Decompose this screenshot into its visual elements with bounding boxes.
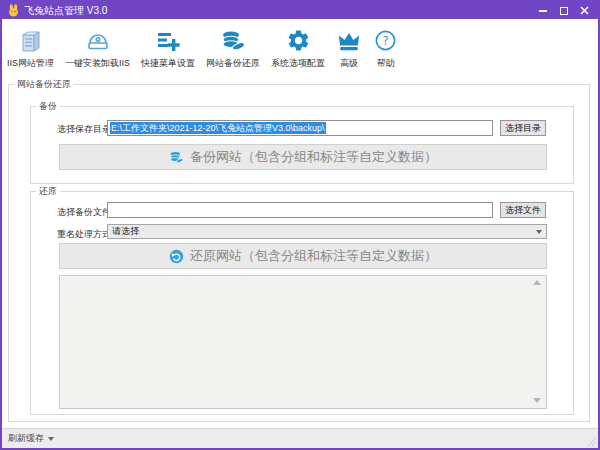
svg-text:?: ? [382,34,388,48]
duplicate-handling-value: 请选择 [112,225,139,238]
duplicate-handling-select[interactable]: 请选择 [107,224,547,239]
backup-website-button[interactable]: 备份网站（包含分组和标注等自定义数据） [59,144,547,170]
save-dir-input[interactable]: E:\工作文件夹\2021-12-20\飞兔站点管理V3.0\backup\ [107,120,493,136]
group-backup: 备份 选择保存目录 E:\工作文件夹\2021-12-20\飞兔站点管理V3.0… [30,106,574,184]
toolbar-item-install-iis[interactable]: 一键安装卸载IIS [65,27,130,70]
app-rabbit-icon [7,4,20,17]
database-stack-icon [169,150,184,165]
toolbar-item-system-options[interactable]: 系统选项配置 [271,27,325,70]
toolbar-item-label: 帮助 [377,57,395,70]
toolbar-item-backup-restore[interactable]: 网站备份还原 [206,27,260,70]
save-dir-label: 选择保存目录 [57,123,111,136]
app-window: 飞兔站点管理 V3.0 IIS网站管理 [0,0,600,450]
titlebar: 飞兔站点管理 V3.0 [2,2,598,19]
toolbar-item-quick-menu[interactable]: 快捷菜单设置 [141,27,195,70]
duplicate-handling-label: 重名处理方式 [57,228,111,241]
backup-file-input[interactable] [107,202,493,218]
caret-down-icon [48,437,54,441]
resize-grip[interactable] [586,436,596,446]
toolbar-item-label: 一键安装卸载IIS [65,57,130,70]
choose-dir-button[interactable]: 选择目录 [500,120,546,136]
toolbar-item-label: 高级 [340,57,358,70]
log-output[interactable] [59,275,547,409]
restore-legend: 还原 [36,186,60,197]
scroll-up-icon[interactable] [533,280,541,285]
toolbar-item-label: 网站备份还原 [206,57,260,70]
database-stack-icon [220,27,246,54]
menu-plus-icon [155,27,181,54]
group-restore: 还原 选择备份文件 选择文件 重名处理方式 请选择 还原网站（包含分组和标注等自… [30,191,574,415]
chevron-down-icon [536,230,542,234]
toolbar-item-label: 快捷菜单设置 [141,57,195,70]
restore-arrow-icon [169,249,184,264]
backup-file-label: 选择备份文件 [57,206,111,219]
restore-button-label: 还原网站（包含分组和标注等自定义数据） [190,247,437,265]
toolbar-item-advanced[interactable]: 高级 [336,27,362,70]
toolbar-item-label: 系统选项配置 [271,57,325,70]
toolbar-item-label: IIS网站管理 [7,57,54,70]
window-title: 飞兔站点管理 V3.0 [24,4,107,18]
disc-install-icon [85,27,111,54]
backup-button-label: 备份网站（包含分组和标注等自定义数据） [190,148,437,166]
refresh-cache-button[interactable]: 刷新缓存 [8,432,54,445]
crown-icon [336,27,362,54]
choose-file-button[interactable]: 选择文件 [500,202,546,218]
maximize-icon[interactable] [558,5,569,16]
minimize-icon[interactable] [537,5,548,16]
group-title: 网站备份还原 [14,79,74,90]
selected-path-text: E:\工作文件夹\2021-12-20\飞兔站点管理V3.0\backup\ [110,122,326,134]
toolbar-item-iis-manage[interactable]: IIS网站管理 [7,27,54,70]
iis-server-icon [18,27,44,54]
help-icon: ? [373,27,398,54]
restore-website-button[interactable]: 还原网站（包含分组和标注等自定义数据） [59,243,547,269]
toolbar-item-help[interactable]: ? 帮助 [373,27,398,70]
gear-icon [286,27,311,54]
statusbar: 刷新缓存 [2,428,598,448]
toolbar: IIS网站管理 一键安装卸载IIS [2,19,598,78]
backup-legend: 备份 [36,101,60,112]
scroll-down-icon[interactable] [533,398,541,403]
close-icon[interactable] [579,5,590,16]
refresh-cache-label: 刷新缓存 [8,432,44,445]
